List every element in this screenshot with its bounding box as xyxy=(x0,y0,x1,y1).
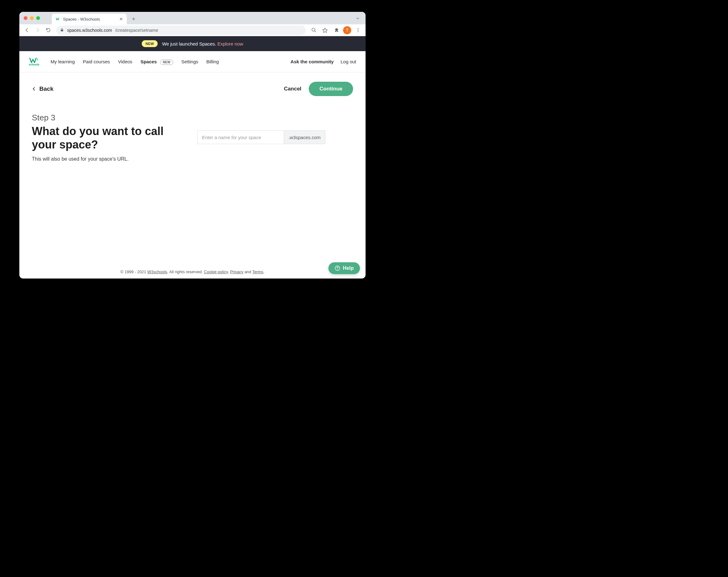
page-subtext: This will also be used for your space's … xyxy=(32,156,182,162)
help-icon xyxy=(335,266,340,271)
cancel-button[interactable]: Cancel xyxy=(284,86,302,92)
site-nav: 3 schools My learning Paid courses Video… xyxy=(19,51,366,72)
step-label: Step 3 xyxy=(32,113,182,122)
site-logo[interactable]: 3 schools xyxy=(29,57,39,66)
favicon-icon xyxy=(56,17,60,22)
footer-cookie-link[interactable]: Cookie policy xyxy=(204,270,228,274)
footer-terms-link[interactable]: Terms xyxy=(252,270,263,274)
nav-back-button[interactable] xyxy=(23,26,31,35)
bookmark-icon[interactable] xyxy=(320,26,329,35)
window-zoom-icon[interactable] xyxy=(36,16,40,20)
footer-brand-link[interactable]: W3schools xyxy=(147,270,167,274)
nav-videos[interactable]: Videos xyxy=(118,59,132,64)
browser-toolbar: spaces.w3schools.com/createspace/setname… xyxy=(19,24,366,36)
announcement-text: We just launched Spaces. Explore now xyxy=(162,41,243,47)
space-name-group: .w3spaces.com xyxy=(197,130,325,144)
new-tab-button[interactable]: + xyxy=(129,15,138,23)
svg-rect-0 xyxy=(61,29,63,31)
zoom-icon[interactable] xyxy=(309,26,318,35)
space-name-input[interactable] xyxy=(197,130,284,144)
nav-logout[interactable]: Log out xyxy=(341,59,356,64)
svg-point-7 xyxy=(337,269,338,270)
logo-subtext: schools xyxy=(29,63,39,66)
continue-button[interactable]: Continue xyxy=(309,82,353,96)
svg-point-3 xyxy=(358,30,359,31)
nav-my-learning[interactable]: My learning xyxy=(51,59,75,64)
browser-menu-icon[interactable] xyxy=(354,26,362,35)
help-label: Help xyxy=(343,266,354,271)
back-label: Back xyxy=(39,85,53,92)
page-content: Back Cancel Continue Step 3 What do you … xyxy=(19,72,366,278)
browser-tab[interactable]: Spaces - W3schools ✕ xyxy=(52,14,127,24)
nav-spaces[interactable]: Spaces NEW xyxy=(140,59,173,64)
profile-avatar[interactable]: T xyxy=(343,26,351,34)
announcement-badge: NEW xyxy=(142,40,158,47)
nav-settings[interactable]: Settings xyxy=(181,59,198,64)
extensions-icon[interactable] xyxy=(332,26,341,35)
url-host: spaces.w3schools.com xyxy=(67,28,112,33)
back-button[interactable]: Back xyxy=(32,85,53,92)
url-path: /createspace/setname xyxy=(115,28,158,33)
tab-title: Spaces - W3schools xyxy=(63,17,100,22)
address-bar[interactable]: spaces.w3schools.com/createspace/setname xyxy=(56,26,306,35)
window-close-icon[interactable] xyxy=(24,16,27,20)
svg-text:3: 3 xyxy=(37,58,38,60)
footer: © 1999 - 2021 W3schools. All rights rese… xyxy=(19,270,366,274)
tabs-dropdown-icon[interactable] xyxy=(356,16,360,22)
nav-ask-community[interactable]: Ask the community xyxy=(291,59,334,64)
lock-icon xyxy=(60,28,64,33)
nav-spaces-badge: NEW xyxy=(160,60,173,65)
announcement-bar: NEW We just launched Spaces. Explore now xyxy=(19,36,366,51)
nav-right: Ask the community Log out xyxy=(291,59,356,64)
tab-close-icon[interactable]: ✕ xyxy=(119,17,123,22)
help-button[interactable]: Help xyxy=(329,262,360,274)
nav-links: My learning Paid courses Videos Spaces N… xyxy=(51,59,219,64)
footer-privacy-link[interactable]: Privacy xyxy=(230,270,243,274)
browser-tabstrip: Spaces - W3schools ✕ + xyxy=(19,12,366,24)
avatar-initial: T xyxy=(346,28,348,32)
domain-suffix: .w3spaces.com xyxy=(284,130,325,144)
window-controls xyxy=(24,16,40,20)
window-minimize-icon[interactable] xyxy=(30,16,34,20)
nav-reload-button[interactable] xyxy=(44,26,52,35)
nav-billing[interactable]: Billing xyxy=(206,59,219,64)
nav-forward-button[interactable] xyxy=(33,26,42,35)
announcement-link[interactable]: Explore now xyxy=(217,41,243,47)
page-heading: What do you want to call your space? xyxy=(32,125,182,151)
svg-point-2 xyxy=(358,28,359,29)
svg-point-4 xyxy=(358,31,359,32)
nav-paid-courses[interactable]: Paid courses xyxy=(83,59,110,64)
